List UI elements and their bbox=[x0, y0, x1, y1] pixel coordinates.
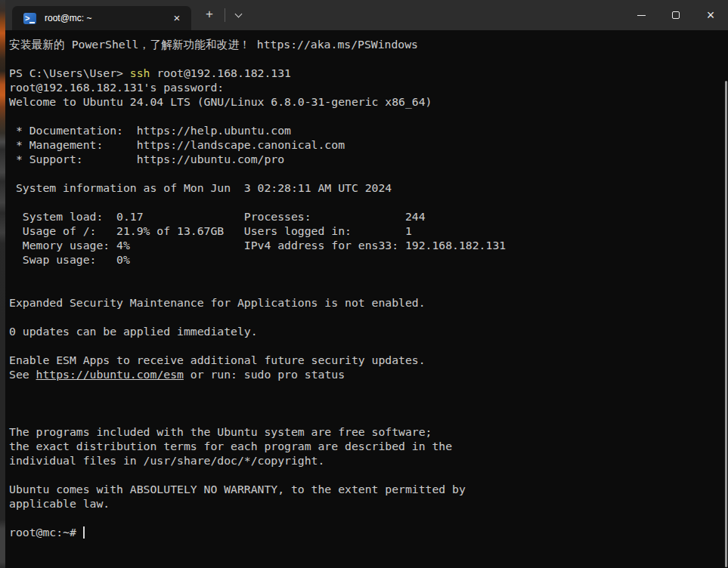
terminal-line: individual files in /usr/share/doc/*/cop… bbox=[9, 453, 728, 468]
terminal-line: root@mc:~# bbox=[9, 525, 728, 539]
terminal-line bbox=[9, 195, 728, 209]
tab-title: root@mc: ~ bbox=[45, 13, 169, 23]
terminal-line: Memory usage: 4% IPv4 address for ens33:… bbox=[9, 238, 728, 252]
terminal-text: * Support: https://ubuntu.com/pro bbox=[9, 153, 284, 165]
terminal-line: System information as of Mon Jun 3 02:28… bbox=[9, 181, 728, 195]
terminal-text: The programs included with the Ubuntu sy… bbox=[9, 425, 432, 438]
terminal-line bbox=[9, 410, 728, 424]
terminal-line: Usage of /: 21.9% of 13.67GB Users logge… bbox=[9, 224, 728, 238]
terminal-text: * Documentation: https://help.ubuntu.com bbox=[9, 124, 291, 137]
terminal-line: * Documentation: https://help.ubuntu.com bbox=[9, 123, 728, 137]
tab-bar-separator bbox=[225, 8, 225, 22]
terminal-text: PS C:\Users\User> bbox=[9, 66, 130, 79]
terminal-line bbox=[9, 166, 728, 181]
terminal-text: root@192.168.182.131 bbox=[150, 66, 292, 79]
terminal-line: * Management: https://landscape.canonica… bbox=[9, 137, 728, 152]
esm-link[interactable]: https://ubuntu.com/esm bbox=[36, 368, 184, 381]
terminal-line bbox=[9, 338, 728, 353]
terminal[interactable]: 安装最新的 PowerShell，了解新功能和改进！ https://aka.m… bbox=[5, 30, 728, 568]
tab-root-mc[interactable]: > root@mc: ~ × bbox=[12, 6, 191, 30]
terminal-line: the exact distribution terms for each pr… bbox=[9, 439, 728, 453]
terminal-line bbox=[9, 267, 728, 281]
terminal-text: root@mc:~# bbox=[9, 526, 83, 539]
terminal-line bbox=[9, 468, 728, 482]
terminal-line bbox=[9, 281, 728, 295]
terminal-output: 安装最新的 PowerShell，了解新功能和改进！ https://aka.m… bbox=[9, 37, 728, 539]
terminal-text: See bbox=[9, 368, 36, 381]
terminal-text: Enable ESM Apps to receive additional fu… bbox=[9, 353, 426, 366]
terminal-text: System load: 0.17 Processes: 244 bbox=[9, 210, 426, 223]
terminal-line bbox=[9, 511, 728, 525]
terminal-line: Expanded Security Maintenance for Applic… bbox=[9, 295, 728, 310]
terminal-text: * Management: https://landscape.canonica… bbox=[9, 138, 345, 151]
minimize-button[interactable] bbox=[624, 0, 658, 30]
terminal-line: Enable ESM Apps to receive additional fu… bbox=[9, 353, 728, 367]
terminal-line: Swap usage: 0% bbox=[9, 252, 728, 267]
terminal-line: The programs included with the Ubuntu sy… bbox=[9, 424, 728, 439]
terminal-line: 0 updates can be applied immediately. bbox=[9, 324, 728, 338]
maximize-button[interactable] bbox=[658, 0, 693, 30]
new-tab-button[interactable]: + bbox=[198, 4, 221, 26]
scrollbar[interactable] bbox=[725, 81, 727, 567]
terminal-line bbox=[9, 381, 728, 396]
terminal-text: Memory usage: 4% IPv4 address for ens33:… bbox=[9, 239, 506, 252]
chevron-down-icon bbox=[234, 10, 242, 17]
desktop-background-sliver bbox=[0, 0, 5, 568]
tab-close-button[interactable]: × bbox=[169, 10, 185, 26]
terminal-line: See https://ubuntu.com/esm or run: sudo … bbox=[9, 367, 728, 381]
terminal-text: Expanded Security Maintenance for Applic… bbox=[9, 296, 426, 309]
terminal-line: * Support: https://ubuntu.com/pro bbox=[9, 152, 728, 166]
terminal-line bbox=[9, 396, 728, 410]
terminal-line: PS C:\Users\User> ssh root@192.168.182.1… bbox=[9, 66, 728, 80]
terminal-text: individual files in /usr/share/doc/*/cop… bbox=[9, 454, 324, 467]
maximize-icon bbox=[672, 11, 680, 19]
terminal-line: Ubuntu comes with ABSOLUTELY NO WARRANTY… bbox=[9, 482, 728, 496]
minimize-icon bbox=[637, 15, 646, 16]
terminal-line: System load: 0.17 Processes: 244 bbox=[9, 209, 728, 224]
terminal-text: Usage of /: 21.9% of 13.67GB Users logge… bbox=[9, 224, 412, 237]
close-button[interactable]: × bbox=[693, 0, 728, 30]
terminal-line bbox=[9, 51, 728, 66]
terminal-text: 0 updates can be applied immediately. bbox=[9, 325, 258, 338]
powershell-icon: > bbox=[23, 13, 36, 24]
terminal-line: 安装最新的 PowerShell，了解新功能和改进！ https://aka.m… bbox=[9, 37, 728, 51]
terminal-cursor bbox=[83, 526, 85, 539]
terminal-text: Ubuntu comes with ABSOLUTELY NO WARRANTY… bbox=[9, 483, 466, 495]
close-icon: × bbox=[707, 8, 715, 22]
terminal-text: 安装最新的 PowerShell，了解新功能和改进！ https://aka.m… bbox=[9, 38, 418, 51]
titlebar[interactable]: > root@mc: ~ × + × bbox=[5, 0, 728, 30]
terminal-line: Welcome to Ubuntu 24.04 LTS (GNU/Linux 6… bbox=[9, 94, 728, 109]
terminal-line: root@192.168.182.131's password: bbox=[9, 80, 728, 94]
terminal-text: applicable law. bbox=[9, 497, 110, 510]
terminal-text: Welcome to Ubuntu 24.04 LTS (GNU/Linux 6… bbox=[9, 95, 432, 108]
terminal-line: applicable law. bbox=[9, 496, 728, 511]
titlebar-drag-region[interactable] bbox=[249, 0, 624, 30]
terminal-text: System information as of Mon Jun 3 02:28… bbox=[9, 181, 392, 194]
terminal-text: root@192.168.182.131's password: bbox=[9, 81, 224, 94]
terminal-window: > root@mc: ~ × + × 安装最新的 PowerShell，了解新功… bbox=[5, 0, 728, 568]
terminal-text: Swap usage: 0% bbox=[9, 253, 130, 266]
terminal-line bbox=[9, 310, 728, 324]
tab-dropdown-button[interactable] bbox=[227, 4, 249, 26]
terminal-text: ssh bbox=[130, 66, 150, 79]
terminal-text: or run: sudo pro status bbox=[184, 368, 345, 381]
terminal-line bbox=[9, 109, 728, 123]
terminal-text: the exact distribution terms for each pr… bbox=[9, 440, 452, 452]
